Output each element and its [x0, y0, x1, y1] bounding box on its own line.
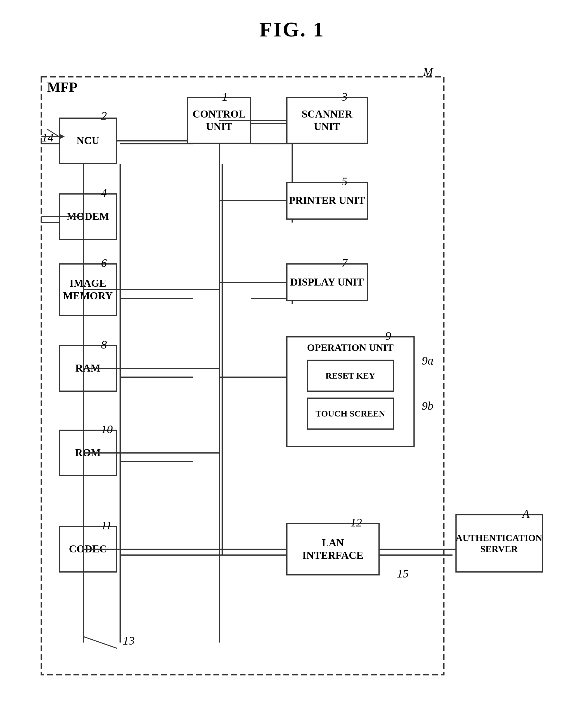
ref-11: 11	[101, 519, 112, 532]
control-unit-box: CONTROLUNIT	[187, 97, 251, 144]
ref-2: 2	[101, 109, 107, 123]
image-memory-box: IMAGEMEMORY	[59, 263, 117, 316]
mfp-label: MFP	[47, 79, 78, 95]
page-title: FIG. 1	[259, 18, 324, 42]
ref-8: 8	[101, 338, 107, 352]
ncu-box: NCU	[59, 118, 117, 164]
auth-server-box: AUTHENTICATIONSERVER	[455, 514, 543, 573]
ref-9a: 9a	[422, 354, 433, 367]
ref-1: 1	[222, 90, 228, 104]
ref-12: 12	[350, 516, 362, 529]
svg-line-46	[84, 637, 117, 648]
printer-unit-box: PRINTER UNIT	[286, 182, 368, 219]
codec-box: CODEC	[59, 526, 117, 573]
ref-4: 4	[101, 186, 107, 200]
ref-14: 14	[42, 131, 54, 145]
modem-box: MODEM	[59, 193, 117, 240]
ref-9: 9	[386, 329, 391, 343]
ref-5: 5	[342, 175, 348, 188]
ref-A: A	[523, 507, 529, 521]
touch-screen-box: TOUCH SCREEN	[307, 397, 394, 430]
ref-3: 3	[342, 90, 348, 104]
ram-box: RAM	[59, 345, 117, 392]
reset-key-box: RESET KEY	[307, 360, 394, 392]
ref-13: 13	[123, 634, 135, 648]
display-unit-box: DISPLAY UNIT	[286, 263, 368, 301]
ref-9b: 9b	[422, 399, 433, 413]
ref-10: 10	[101, 422, 113, 436]
scanner-unit-box: SCANNERUNIT	[286, 97, 368, 144]
ref-M: M	[423, 65, 433, 79]
rom-box: ROM	[59, 430, 117, 476]
ref-6: 6	[101, 256, 107, 270]
operation-unit-box: OPERATION UNIT RESET KEY TOUCH SCREEN	[286, 336, 415, 447]
lan-interface-box: LANINTERFACE	[286, 523, 380, 575]
ref-7: 7	[342, 256, 348, 270]
ref-15: 15	[397, 567, 409, 580]
